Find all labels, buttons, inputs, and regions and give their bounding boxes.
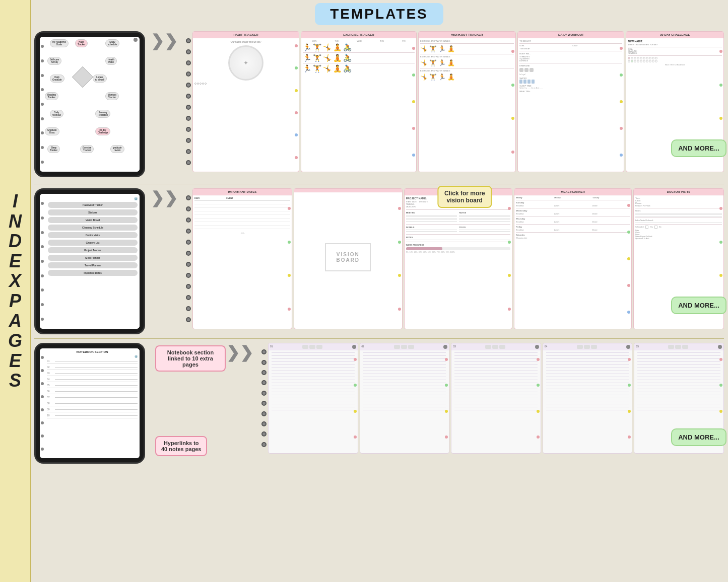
content-area: TEMPLATES [31, 0, 728, 582]
nb-row-2[interactable]: 02 [47, 366, 138, 370]
sidebar-letter-N: N [9, 211, 22, 232]
exercise-tracker-body: MONTUE WEDTHU FRI 🏃 🏋️ 🤸 🧘 🚴 [301, 38, 416, 75]
menu-travel[interactable]: Travel Planner [48, 262, 138, 268]
habit-tracker-header: HABIT TRACKER [193, 32, 299, 38]
nb-row-5[interactable]: 05 [47, 384, 138, 388]
and-more-row1[interactable]: AND MORE... [671, 139, 726, 157]
nb-page-01: 01 [268, 343, 358, 454]
exercise-tracker-card: EXERCISE TRACKER MONTUE WEDTHU FRI 🏃 🏋️ … [301, 31, 417, 172]
templates-row-1: HABIT TRACKER "Our habits shape who we a… [183, 31, 724, 172]
menu-password[interactable]: Password Tracker [48, 202, 138, 208]
sidebar-letter-A: A [9, 311, 22, 331]
notebook-callout: Notebook section linked to 10 extra page… [155, 345, 226, 372]
spiral-row3 [261, 343, 268, 454]
nb-page-03-body [451, 350, 541, 415]
daily-workout-card: DAILY WORKOUT TO DO LIST GOAL TODAY YEST… [517, 31, 624, 172]
nb-row-8[interactable]: 08 [47, 402, 138, 406]
notebook-screen-title: NOTEBOOK SECTION [47, 350, 138, 353]
double-arrow-1: ❯❯ [151, 31, 178, 50]
menu-vision[interactable]: Vision Board [48, 217, 138, 223]
project-tracker-card: PROJECT TRACKER PROJECT NAME: START DATE… [404, 188, 513, 329]
nb01-dots [354, 343, 358, 453]
doctor-visits-body: Time: Clinic: Phone: Reason For Visit: N… [634, 195, 723, 241]
templates-row-3: 01 [259, 343, 724, 454]
node-academic: My AcademicGoals [50, 39, 69, 47]
30day-body: NEW HABIT: WHY IS THIS IMPORTANT FOR ME?… [626, 38, 723, 67]
menu-project[interactable]: Project Tracker [48, 247, 138, 253]
menu-stickers[interactable]: Stickers [48, 209, 138, 215]
divider-1 [34, 184, 724, 184]
templates-row-2: IMPORTANT DATES DATE EVENT [183, 188, 724, 329]
daily-workout-header: DAILY WORKOUT [518, 32, 624, 38]
nb-page-01-body [269, 350, 358, 415]
arrow-2: ❯❯ [149, 188, 179, 207]
workout-figures-3: 🤸🏋️ 🏃🧘 [420, 74, 514, 81]
sidebar-letter-D: D [9, 231, 22, 251]
nb-row-6[interactable]: 06 [47, 390, 138, 394]
vision-board-body: VISIONBOARD [294, 192, 402, 322]
important-dates-card: IMPORTANT DATES DATE EVENT [192, 188, 292, 329]
menu-meal[interactable]: Meal Planner [48, 255, 138, 261]
divider-2 [34, 338, 724, 339]
tablet-screen-2: ⚙️ Password Tracker Stickers Vision Boar… [40, 194, 140, 329]
vision-board-header [294, 189, 402, 192]
meal-planner-card: MEAL PLANNER Weekly MondayTuesday Tuesda… [514, 188, 632, 329]
main-content-wrapper: TEMPLATES [31, 0, 728, 582]
meal-planner-body: Weekly MondayTuesday Tuesday Breakfast: … [514, 195, 631, 241]
vision-side-dots [398, 189, 402, 329]
and-more-row2[interactable]: AND MORE... [671, 297, 726, 314]
tablet-screen-1: My AcademicGoals HabitTracker Studysched… [40, 37, 140, 172]
project-side-dots [508, 189, 512, 329]
nb-row-7[interactable]: 07 [47, 396, 138, 400]
workout-tracker-header: WORKOUT TRACKER [419, 32, 516, 38]
nb-row-3[interactable]: 03 [47, 372, 138, 376]
node-sleep: SleepTracker [47, 145, 60, 153]
menu-doctor[interactable]: Doctor Visits [48, 232, 138, 238]
nb-page-02-header: 02 [360, 343, 449, 350]
spiral-row1 [186, 31, 192, 172]
double-arrow-3: ❯❯ [226, 343, 253, 362]
double-arrow-2: ❯❯ [151, 188, 178, 207]
important-dates-body: DATE EVENT [193, 195, 292, 236]
menu-dates[interactable]: Important Dates [48, 270, 138, 276]
node-habit: HabitTracker [75, 39, 88, 47]
workout-tracker-body: EXERCISE AND WATER INTAKE 🤸🏋️ 🏃🧘 EXERCIS… [419, 38, 516, 84]
page-title: TEMPLATES [330, 6, 428, 22]
node-gratitude: DailyGratitude [50, 75, 64, 83]
nb-row-9[interactable]: 09 [47, 408, 138, 412]
vision-board-callout[interactable]: Click for morevision board [437, 186, 492, 208]
nb-page-05-body [634, 350, 723, 415]
nb-page-05-header: 05 [634, 343, 723, 350]
daily-workout-body: TO DO LIST GOAL TODAY YESTERDAY BODY WE.… [518, 38, 624, 94]
doctor-visits-header: DOCTOR VISITS [634, 189, 723, 195]
hyperlinks-callout: Hyperlinks to40 notes pages [155, 436, 207, 456]
nb-page-03-header: 03 [451, 343, 541, 350]
nb03-dots [537, 343, 541, 453]
node-study: Studyschedule [105, 39, 119, 47]
nb02-dots [445, 343, 449, 453]
tablet-3: NOTEBOOK SECTION ⚙️ 01 02 [34, 343, 145, 464]
node-30day: 30-dayChallenge [95, 127, 110, 135]
menu-cleaning[interactable]: Cleaning Schedule [48, 225, 138, 231]
title-area: TEMPLATES [34, 3, 724, 26]
workout-tracker-card: WORKOUT TRACKER EXERCISE AND WATER INTAK… [418, 31, 516, 172]
row-1: My AcademicGoals HabitTracker Studysched… [34, 31, 724, 180]
node-exercise-t: ExerciseTracker [80, 145, 94, 153]
sidebar-letter-S: S [9, 371, 21, 391]
settings-icon[interactable] [134, 38, 138, 42]
sidebar-letter-G: G [8, 331, 22, 351]
exercise-row-3: 🏃 🏋️ 🤸 🧘 🚴 [303, 65, 415, 72]
node-selfcare: Self-careActivity [47, 57, 61, 65]
meal-side-dots [627, 189, 631, 329]
nb-page-03: 03 [451, 343, 541, 454]
nb-row-1[interactable]: 01 [47, 359, 138, 364]
node-evening: EveningReflection [95, 110, 110, 118]
sidebar-letter-E2: E [9, 351, 21, 371]
vision-board-card[interactable]: VISIONBOARD [294, 188, 403, 329]
tablet-screen-3: NOTEBOOK SECTION ⚙️ 01 02 [40, 348, 140, 458]
nb-row-4[interactable]: 04 [47, 378, 138, 382]
and-more-row3[interactable]: AND MORE... [671, 428, 726, 446]
nb-row-10[interactable]: 10 [47, 414, 138, 418]
menu-grocery[interactable]: Grocery List [48, 240, 138, 246]
exercise-row-1: 🏃 🏋️ 🤸 🧘 🚴 [303, 44, 415, 51]
